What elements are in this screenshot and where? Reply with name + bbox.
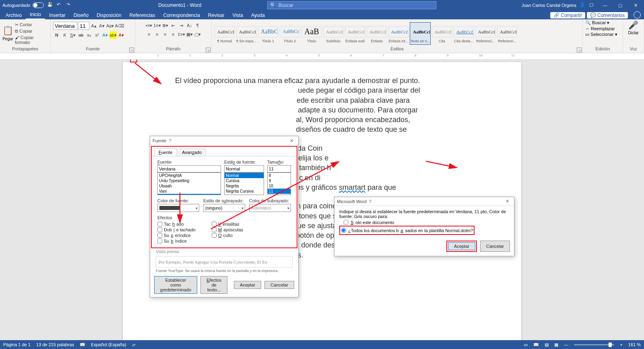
confirm-cancel-button[interactable]: Cancelar [480,241,510,252]
comments-button[interactable]: 💬 Comentarios [587,12,628,19]
user-avatar-icon[interactable]: 👤 [580,2,586,8]
paste-icon[interactable]: 📋 [2,25,13,36]
ribbon-options-icon[interactable]: ▢ [589,2,596,8]
radio-all-docs[interactable]: ¿Todos los documentos basados en la plan… [341,228,473,233]
select-button[interactable]: ▭ Seleccionar ▾ [585,32,617,37]
style--nfasis-int-[interactable]: AaBbCcDcÉnfasis int... [388,22,409,45]
strike-icon[interactable]: ab [77,31,85,39]
user-name[interactable]: Juan Carlos Candal Orgeira [522,3,576,8]
zoom-out-icon[interactable]: — [564,342,568,347]
redo-icon[interactable]: ↷ [66,2,73,8]
tab-file[interactable]: Archivo [2,11,26,19]
tab-layout[interactable]: Disposición [93,11,125,19]
size-list[interactable]: 89101112 [267,172,291,195]
subscript-icon[interactable]: x₂ [85,31,93,39]
chk-dstrike[interactable]: Doble tachado [157,227,196,232]
cut-button[interactable]: ✂ Cortar [15,22,48,27]
tab-insert[interactable]: Insertar [45,11,70,19]
tab-home[interactable]: Inicio [26,10,45,19]
focus-mode-icon[interactable]: ▭ [524,342,528,347]
show-marks-icon[interactable]: ¶ [194,22,201,29]
read-mode-icon[interactable]: 📖 [533,342,539,347]
tab-mail[interactable]: Correspondencia [159,11,204,19]
style-cita[interactable]: AaBbCcDcCita [431,22,452,45]
cancel-button[interactable]: Cancelar [264,281,294,289]
style-t-tulo-2[interactable]: AaBbCcCTítulo 2 [279,22,300,45]
increase-indent-icon[interactable]: ⇥ [178,22,185,29]
status-zoom[interactable]: 161 % [628,342,641,347]
text-effects-icon[interactable]: A▾ [101,31,109,39]
chk-super[interactable]: Superíndice [157,233,196,238]
minimize-button[interactable]: — [599,3,611,8]
zoom-in-icon[interactable]: + [620,342,622,347]
chk-hidden[interactable]: Oculto [212,233,243,238]
confirm-ok-button[interactable]: Aceptar [448,242,475,250]
font-color-dropdown[interactable] [157,204,199,212]
set-default-button[interactable]: Establecer como predeterminado [154,276,197,294]
italic-icon[interactable]: K [61,31,68,39]
shading-icon[interactable]: ▦▾ [186,31,193,38]
feedback-icon[interactable] [634,11,641,19]
dictate-label[interactable]: Dictar [628,31,638,35]
close-icon[interactable]: ✕ [503,199,512,204]
numbering-icon[interactable]: 1≡▾ [153,22,161,29]
help-icon[interactable]: ? [166,138,173,143]
tab-review[interactable]: Revisar [204,11,229,19]
style--sin-espa-[interactable]: AaBbCcDc¶ Sin espa... [236,22,257,45]
radio-this-doc[interactable]: Solo este documento [343,220,509,225]
web-layout-icon[interactable]: ▦ [554,342,558,347]
style--nfasis[interactable]: AaBbCcDcÉnfasis [366,22,387,45]
ruler[interactable]: 112 345 678 91011 [0,53,644,60]
chk-sub[interactable]: Subíndice [157,239,196,243]
style-list[interactable]: NormalCursivaNegritaNegrita Cursiva [224,172,264,195]
highlight-icon[interactable]: ab▾ [109,31,117,39]
chk-smallcaps[interactable]: Versalitas [212,222,243,226]
ok-button[interactable]: Aceptar [234,281,261,289]
grow-font-icon[interactable]: A▴ [90,22,97,29]
tab-advanced[interactable]: Avanzado [178,148,206,156]
maximize-button[interactable]: ▢ [614,3,626,8]
style-referenci-[interactable]: AaBbCcDcReferenci... [497,22,518,45]
underline-color-dropdown[interactable]: Automático [249,204,291,212]
replace-button[interactable]: ↔ Reemplazar [585,26,615,31]
sort-icon[interactable]: A↓ [186,22,193,29]
format-painter-button[interactable]: 🖌 Copiar formato [15,35,48,45]
font-list[interactable]: UPCHeightAUrdu TypesettingUtsaahVaniVerd… [157,172,221,195]
style--nfasis-sutil[interactable]: AaBbCcDcÉnfasis sutil [345,22,365,45]
autosave-toggle[interactable] [33,2,44,8]
bold-icon[interactable]: N [53,31,60,39]
font-size-input[interactable] [78,22,89,30]
justify-icon[interactable]: ≡ [169,31,177,38]
font-name-field[interactable] [157,165,221,172]
undo-icon[interactable]: ↶ [57,2,63,8]
spellcheck-icon[interactable]: 📖 [80,342,85,347]
copy-button[interactable]: ⧉ Copiar [15,29,48,34]
multilevel-icon[interactable]: ≣▾ [162,22,169,29]
share-button[interactable]: 🔗 Compartir [550,12,585,19]
style-referenci-[interactable]: AaBbCcDcReferenci... [475,22,496,45]
tab-references[interactable]: Referencias [125,11,159,19]
underline-icon[interactable]: S▾ [69,31,76,39]
find-button[interactable]: 🔍 Buscar ▾ [585,20,609,25]
font-style-field[interactable] [224,165,264,172]
align-right-icon[interactable]: ≡ [161,31,169,38]
status-page[interactable]: Página 1 de 1 [3,342,31,347]
search-box[interactable]: 🔍 Buscar [267,1,436,9]
paste-label[interactable]: Pegar [2,37,13,41]
borders-icon[interactable]: ▢▾ [194,31,201,38]
tab-view[interactable]: Vista [229,11,247,19]
decrease-indent-icon[interactable]: ⇤ [170,22,177,29]
text-effects-button[interactable]: Efectos de texto... [200,276,227,294]
align-center-icon[interactable]: ≡ [153,31,161,38]
save-icon[interactable]: 💾 [47,2,54,8]
line-spacing-icon[interactable]: ‡≡▾ [178,31,185,38]
style-subt-tulo[interactable]: AaBbCcDSubtítulo [323,22,344,45]
superscript-icon[interactable]: x² [93,31,101,39]
font-size-field[interactable] [267,165,291,172]
font-color-icon[interactable]: A▾ [118,31,125,39]
style-cita-desta-[interactable]: AaBbCcDcCita desta... [453,22,474,45]
dictate-icon[interactable]: 🎤 [628,20,638,30]
style-t-tulo-1[interactable]: AaBbC(Título 1 [258,22,279,45]
styles-dialog-launcher[interactable]: ↘ [577,48,582,52]
chk-strike[interactable]: Tachado [157,222,196,226]
